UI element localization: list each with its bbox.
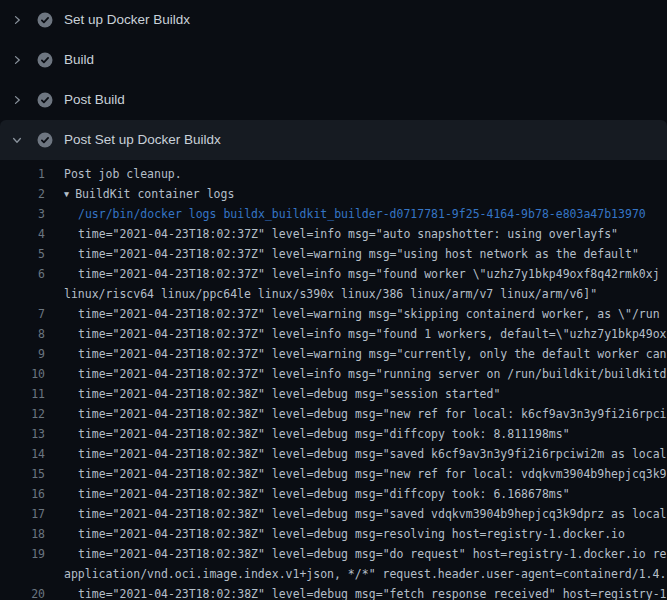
check-circle-icon (37, 52, 53, 68)
log-text: time="2021-04-23T18:02:38Z" level=debug … (45, 424, 570, 444)
log-text: linux/riscv64 linux/ppc64le linux/s390x … (45, 284, 597, 304)
check-circle-icon (37, 12, 53, 28)
log-row: 18time="2021-04-23T18:02:38Z" level=debu… (0, 524, 667, 544)
log-row: 20time="2021-04-23T18:02:38Z" level=debu… (0, 584, 667, 600)
log-line-number[interactable]: 14 (0, 444, 45, 464)
log-row: 5time="2021-04-23T18:02:37Z" level=warni… (0, 244, 667, 264)
log-text: time="2021-04-23T18:02:37Z" level=info m… (45, 364, 667, 384)
log-line-number[interactable]: 19 (0, 544, 45, 564)
log-text: time="2021-04-23T18:02:37Z" level=info m… (45, 224, 618, 244)
log-row: 1Post job cleanup. (0, 164, 667, 184)
log-row: 7time="2021-04-23T18:02:37Z" level=warni… (0, 304, 667, 324)
log-line-number[interactable]: 2 (0, 184, 45, 204)
log-line-number[interactable]: 5 (0, 244, 45, 264)
log-row: 15time="2021-04-23T18:02:38Z" level=debu… (0, 464, 667, 484)
log-line-number[interactable]: 15 (0, 464, 45, 484)
log-text: time="2021-04-23T18:02:38Z" level=debug … (45, 524, 625, 544)
step-header-post-set-up-docker-buildx[interactable]: Post Set up Docker Buildx (0, 120, 667, 160)
log-text: time="2021-04-23T18:02:38Z" level=debug … (45, 444, 667, 464)
actions-log-viewer: Set up Docker Buildx Build Post Build Po… (0, 0, 667, 600)
log-line-number[interactable]: 6 (0, 264, 45, 284)
check-circle-icon (37, 132, 53, 148)
log-text: application/vnd.oci.image.index.v1+json,… (45, 564, 666, 584)
log-row: 16time="2021-04-23T18:02:38Z" level=debu… (0, 484, 667, 504)
log-line-number[interactable]: 7 (0, 304, 45, 324)
chevron-right-icon (11, 14, 23, 26)
log-row: 11time="2021-04-23T18:02:38Z" level=debu… (0, 384, 667, 404)
log-row: linux/riscv64 linux/ppc64le linux/s390x … (0, 284, 667, 304)
log-text: time="2021-04-23T18:02:37Z" level=warnin… (45, 304, 660, 324)
log-text: ▼BuildKit container logs (45, 184, 234, 204)
step-header-build[interactable]: Build (0, 40, 667, 80)
log-lines: 1Post job cleanup.2▼BuildKit container l… (0, 160, 667, 600)
log-line-number[interactable]: 18 (0, 524, 45, 544)
log-text: time="2021-04-23T18:02:38Z" level=debug … (45, 484, 570, 504)
log-text: Post job cleanup. (45, 164, 182, 184)
log-row: 14time="2021-04-23T18:02:38Z" level=debu… (0, 444, 667, 464)
step-title: Build (64, 52, 94, 68)
log-line-number[interactable]: 20 (0, 584, 45, 600)
step-title: Set up Docker Buildx (64, 12, 190, 28)
log-row: 19time="2021-04-23T18:02:38Z" level=debu… (0, 544, 667, 564)
log-line-number[interactable]: 10 (0, 364, 45, 384)
log-row: 8time="2021-04-23T18:02:37Z" level=info … (0, 324, 667, 344)
step-title: Post Set up Docker Buildx (64, 132, 221, 148)
log-row: 10time="2021-04-23T18:02:37Z" level=info… (0, 364, 667, 384)
log-text: time="2021-04-23T18:02:38Z" level=debug … (45, 544, 667, 564)
log-line-number[interactable]: 13 (0, 424, 45, 444)
check-circle-icon (37, 92, 53, 108)
log-command-text: /usr/bin/docker logs buildx_buildkit_bui… (45, 204, 646, 224)
log-row: 6time="2021-04-23T18:02:37Z" level=info … (0, 264, 667, 284)
log-row: 17time="2021-04-23T18:02:38Z" level=debu… (0, 504, 667, 524)
log-line-number[interactable]: 16 (0, 484, 45, 504)
log-line-number (0, 284, 45, 304)
log-line-number[interactable]: 4 (0, 224, 45, 244)
log-line-number[interactable]: 11 (0, 384, 45, 404)
log-line-number[interactable]: 12 (0, 404, 45, 424)
group-collapse-icon[interactable]: ▼ (64, 184, 69, 204)
log-text: time="2021-04-23T18:02:38Z" level=debug … (45, 584, 667, 600)
log-text: time="2021-04-23T18:02:38Z" level=debug … (45, 384, 500, 404)
log-line-number (0, 564, 45, 584)
log-text: time="2021-04-23T18:02:38Z" level=debug … (45, 504, 667, 524)
chevron-right-icon (11, 94, 23, 106)
log-row: 13time="2021-04-23T18:02:38Z" level=debu… (0, 424, 667, 444)
log-text: time="2021-04-23T18:02:37Z" level=info m… (45, 324, 667, 344)
log-row: 4time="2021-04-23T18:02:37Z" level=info … (0, 224, 667, 244)
step-header-set-up-docker-buildx[interactable]: Set up Docker Buildx (0, 0, 667, 40)
log-row: 2▼BuildKit container logs (0, 184, 667, 204)
log-row: 12time="2021-04-23T18:02:38Z" level=debu… (0, 404, 667, 424)
log-line-number[interactable]: 1 (0, 164, 45, 184)
log-text: time="2021-04-23T18:02:38Z" level=debug … (45, 464, 667, 484)
log-text: time="2021-04-23T18:02:37Z" level=warnin… (45, 244, 639, 264)
log-row: 9time="2021-04-23T18:02:37Z" level=warni… (0, 344, 667, 364)
log-line-number[interactable]: 9 (0, 344, 45, 364)
chevron-right-icon (11, 54, 23, 66)
log-row: 3/usr/bin/docker logs buildx_buildkit_bu… (0, 204, 667, 224)
step-title: Post Build (64, 92, 125, 108)
chevron-down-icon (11, 134, 23, 146)
log-text: time="2021-04-23T18:02:37Z" level=info m… (45, 264, 660, 284)
log-text: time="2021-04-23T18:02:37Z" level=warnin… (45, 344, 667, 364)
log-row: application/vnd.oci.image.index.v1+json,… (0, 564, 667, 584)
log-line-number[interactable]: 17 (0, 504, 45, 524)
log-line-number[interactable]: 8 (0, 324, 45, 344)
step-header-post-build[interactable]: Post Build (0, 80, 667, 120)
log-line-number[interactable]: 3 (0, 204, 45, 224)
log-text: time="2021-04-23T18:02:38Z" level=debug … (45, 404, 667, 424)
